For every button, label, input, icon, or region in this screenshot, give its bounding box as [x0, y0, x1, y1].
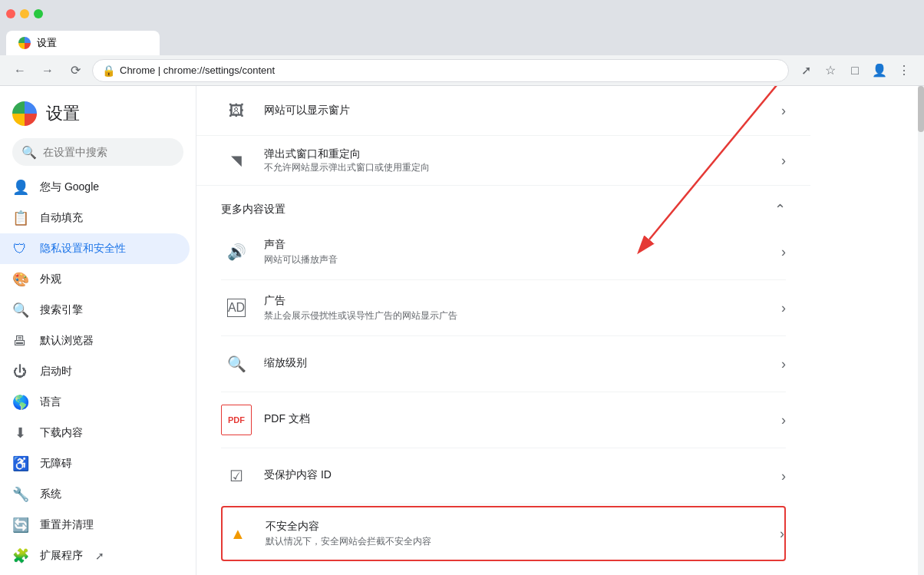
content-inner: 🖼 网站可以显示窗片 › ◥ 弹出式窗口和重定向 不允许网站显示弹出式窗口或使用… — [196, 86, 810, 575]
share-button[interactable]: ➚ — [795, 60, 817, 81]
sidebar-item-privacy[interactable]: 🛡 隐私设置和安全性 — [0, 233, 190, 264]
ads-icon: AD — [227, 299, 246, 317]
zoom-item-text: 缩放级别 — [264, 356, 781, 372]
chevron-right-icon: › — [781, 468, 786, 484]
browser-icon: 🖶 — [12, 333, 28, 349]
pdf-icon: PDF — [221, 405, 252, 435]
protected-item-title: 受保护内容 ID — [264, 468, 781, 482]
tab-favicon — [18, 37, 31, 49]
pdf-item-title: PDF 文档 — [264, 412, 781, 426]
sidebar: 设置 🔍 👤 您与 Google 📋 自动填充 🛡 隐私设置和安全性 🎨 外观 … — [0, 86, 196, 575]
pdf-item[interactable]: PDF PDF 文档 › — [221, 392, 786, 448]
shield-icon: 🛡 — [12, 241, 28, 257]
sidebar-search[interactable]: 🔍 — [12, 138, 183, 166]
sidebar-item-appearance[interactable]: 🎨 外观 — [0, 264, 190, 295]
chevron-right-icon: › — [781, 153, 786, 169]
sound-item-text: 声音 网站可以播放声音 — [264, 238, 781, 266]
sidebar-item-label: 无障碍 — [40, 457, 72, 471]
image-icon: 🖼 — [221, 95, 252, 126]
extensions-icon: 🧩 — [12, 547, 28, 564]
main-container: 设置 🔍 👤 您与 Google 📋 自动填充 🛡 隐私设置和安全性 🎨 外观 … — [0, 86, 924, 575]
sidebar-item-label: 外观 — [40, 273, 61, 286]
startup-icon: ⏻ — [12, 364, 28, 380]
language-icon: 🌎 — [12, 394, 28, 411]
reset-icon: 🔄 — [12, 517, 28, 534]
chevron-right-icon: › — [781, 103, 786, 119]
chevron-right-icon: › — [781, 356, 786, 372]
ads-item-text: 广告 禁止会展示侵扰性或误导性广告的网站显示广告 — [264, 294, 781, 322]
protected-icon: ☑ — [221, 461, 252, 491]
profile-button[interactable]: 👤 — [869, 60, 890, 81]
warning-icon: ▲ — [223, 518, 253, 549]
sidebar-item-accessibility[interactable]: ♿ 无障碍 — [0, 448, 190, 479]
menu-button[interactable]: ⋮ — [893, 60, 915, 81]
insecure-item-text: 不安全内容 默认情况下，安全网站会拦截不安全内容 — [266, 520, 780, 548]
insecure-item[interactable]: ▲ 不安全内容 默认情况下，安全网站会拦截不安全内容 › — [221, 506, 786, 561]
zoom-item[interactable]: 🔍 缩放级别 › — [221, 336, 786, 392]
titlebar — [0, 0, 924, 28]
protected-item-text: 受保护内容 ID — [264, 468, 781, 484]
sidebar-item-label: 搜索引擎 — [40, 303, 83, 317]
chevron-right-icon: › — [781, 300, 786, 316]
scrollbar-track[interactable] — [918, 86, 924, 575]
ads-item[interactable]: AD 广告 禁止会展示侵扰性或误导性广告的网站显示广告 › — [221, 280, 786, 336]
accessibility-icon: ♿ — [12, 455, 28, 472]
ads-item-title: 广告 — [264, 294, 781, 308]
chevron-right-icon: › — [781, 412, 786, 428]
sidebar-item-download[interactable]: ⬇ 下载内容 — [0, 418, 190, 448]
popup-item[interactable]: ◥ 弹出式窗口和重定向 不允许网站显示弹出式窗口或使用重定向 › — [196, 136, 810, 186]
sidebar-item-autofill[interactable]: 📋 自动填充 — [0, 203, 190, 233]
sidebar-item-about[interactable]: ⚙ 关于 Chrome — [0, 571, 190, 575]
sidebar-title: 设置 — [46, 102, 80, 125]
insecure-item-subtitle: 默认情况下，安全网站会拦截不安全内容 — [266, 535, 780, 548]
sidebar-item-label: 默认浏览器 — [40, 334, 94, 348]
zoom-icon: 🔍 — [221, 349, 252, 379]
forward-button[interactable]: → — [37, 60, 58, 81]
search-input[interactable] — [43, 146, 174, 158]
sidebar-item-system[interactable]: 🔧 系统 — [0, 479, 190, 510]
insecure-item-title: 不安全内容 — [266, 520, 780, 534]
scrollbar-thumb[interactable] — [918, 86, 924, 132]
tab-bar: 设置 — [0, 28, 924, 55]
window-button[interactable]: □ — [844, 60, 866, 81]
third-party-item[interactable]: 👤 第三方登录 网站可以显示来自身份服务的登录提示 › — [221, 563, 786, 575]
sidebar-item-label: 语言 — [40, 395, 61, 409]
chevron-right-icon: › — [781, 244, 786, 260]
zoom-item-title: 缩放级别 — [264, 356, 781, 370]
popup-item-title: 弹出式窗口和重定向 — [264, 147, 781, 161]
sidebar-header: 设置 — [0, 92, 196, 138]
sidebar-item-reset[interactable]: 🔄 重置并清理 — [0, 510, 190, 540]
refresh-button[interactable]: ⟳ — [64, 60, 86, 81]
sound-item-subtitle: 网站可以播放声音 — [264, 253, 781, 266]
popup-item-subtitle: 不允许网站显示弹出式窗口或使用重定向 — [264, 161, 781, 174]
address-bar[interactable]: 🔒 Chrome | chrome://settings/content — [92, 59, 789, 82]
ads-item-subtitle: 禁止会展示侵扰性或误导性广告的网站显示广告 — [264, 309, 781, 322]
protected-item[interactable]: ☑ 受保护内容 ID › — [221, 448, 786, 504]
sidebar-item-search[interactable]: 🔍 搜索引擎 — [0, 295, 190, 326]
sidebar-item-label: 下载内容 — [40, 426, 83, 440]
images-item-title: 网站可以显示窗片 — [264, 104, 781, 117]
section-collapse-icon[interactable]: ⌃ — [774, 201, 786, 218]
sidebar-item-label: 隐私设置和安全性 — [40, 242, 126, 256]
palette-icon: 🎨 — [12, 271, 28, 288]
sidebar-item-label: 您与 Google — [40, 180, 99, 194]
back-button[interactable]: ← — [9, 60, 31, 81]
security-icon: 🔒 — [102, 64, 115, 77]
active-tab[interactable]: 设置 — [6, 31, 160, 55]
person-icon: 👤 — [12, 179, 28, 196]
sidebar-item-label: 重置并清理 — [40, 518, 94, 532]
sidebar-item-startup[interactable]: ⏻ 启动时 — [0, 356, 190, 387]
sound-icon: 🔊 — [221, 236, 252, 267]
download-icon: ⬇ — [12, 425, 28, 441]
sound-item[interactable]: 🔊 声音 网站可以播放声音 › — [221, 224, 786, 280]
sidebar-item-browser[interactable]: 🖶 默认浏览器 — [0, 326, 190, 356]
sound-item-title: 声音 — [264, 238, 781, 252]
sidebar-item-extensions[interactable]: 🧩 扩展程序 ➚ — [0, 540, 190, 571]
sidebar-item-google[interactable]: 👤 您与 Google — [0, 172, 190, 203]
more-section-header: 更多内容设置 ⌃ — [196, 186, 810, 224]
bookmark-button[interactable]: ☆ — [820, 60, 841, 81]
images-item[interactable]: 🖼 网站可以显示窗片 › — [196, 86, 810, 136]
sidebar-item-language[interactable]: 🌎 语言 — [0, 387, 190, 418]
images-item-text: 网站可以显示窗片 — [264, 104, 781, 117]
pdf-item-text: PDF 文档 — [264, 412, 781, 428]
